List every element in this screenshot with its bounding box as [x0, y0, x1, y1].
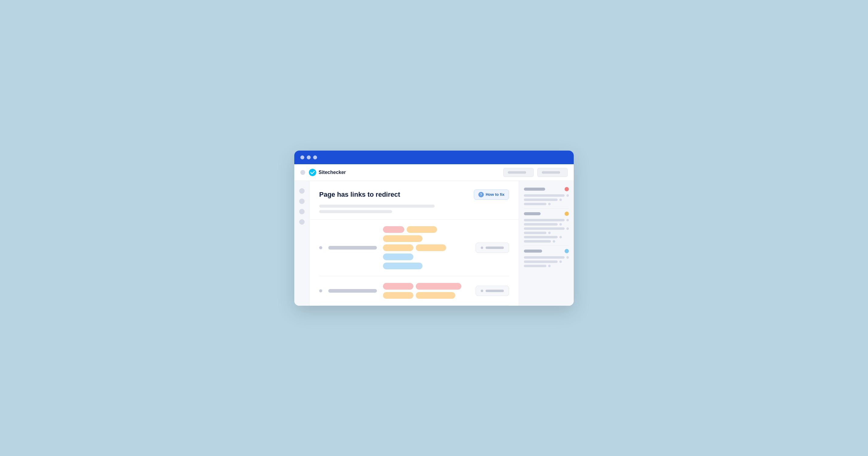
sidebar-nav-item-4[interactable]	[299, 219, 305, 225]
rs-small-dot	[566, 227, 569, 230]
rs-section-title-1	[524, 188, 545, 191]
rs-section-2	[524, 211, 569, 246]
header-button-2[interactable]	[537, 168, 568, 177]
rs-status-dot-red	[565, 187, 569, 191]
rs-small-dot	[553, 240, 555, 242]
tags-row-1b	[383, 245, 469, 260]
rs-row	[524, 265, 569, 267]
tag-orange-1	[407, 226, 437, 233]
logo-area: Sitechecker	[309, 169, 500, 176]
rs-small-dot	[559, 199, 562, 201]
action-btn-dot-2	[481, 290, 483, 292]
tag-pink-3	[416, 283, 461, 290]
tag-pink-1	[383, 226, 404, 233]
rs-small-dot	[548, 232, 551, 234]
tag-orange-4	[416, 245, 446, 251]
rs-section-1	[524, 187, 569, 208]
header-btn-placeholder-1	[508, 171, 526, 174]
rs-small-dot	[548, 265, 551, 267]
rs-header-3	[524, 249, 569, 253]
tags-area-1	[383, 226, 469, 269]
browser-titlebar	[294, 151, 574, 164]
traffic-light-2	[307, 156, 311, 159]
content-panel: Page has links to redirect ? How to fix	[309, 181, 519, 306]
tag-orange-5	[383, 292, 413, 299]
rs-line	[524, 199, 558, 201]
nav-dot	[300, 170, 305, 175]
table-row	[319, 276, 509, 306]
tag-blue-2	[383, 263, 423, 269]
browser-header: Sitechecker	[294, 164, 574, 181]
rs-row	[524, 236, 569, 238]
rs-row	[524, 219, 569, 221]
rs-row	[524, 194, 569, 197]
table-row	[319, 220, 509, 276]
left-sidebar	[294, 181, 309, 306]
rs-line	[524, 232, 546, 234]
rs-line	[524, 240, 551, 242]
rs-row	[524, 227, 569, 230]
question-icon: ?	[478, 192, 484, 197]
desc-line-1	[319, 205, 435, 208]
rs-small-dot	[548, 203, 551, 205]
rs-line	[524, 227, 565, 230]
action-btn-line-2	[486, 290, 504, 292]
rs-small-dot	[566, 194, 569, 197]
content-header: Page has links to redirect ? How to fix	[309, 181, 519, 220]
tags-area-2	[383, 283, 469, 299]
rs-line	[524, 194, 565, 197]
how-to-fix-label: How to fix	[486, 192, 504, 197]
rs-small-dot	[559, 260, 562, 263]
description-area	[319, 205, 509, 213]
tag-orange-2	[383, 235, 423, 242]
row-indicator-2	[319, 289, 322, 292]
rs-small-dot	[559, 236, 562, 238]
tags-row-1a	[383, 226, 469, 242]
action-button-1[interactable]	[475, 242, 509, 253]
rs-small-dot	[566, 256, 569, 259]
tag-pink-2	[383, 283, 413, 290]
traffic-light-3	[313, 156, 317, 159]
rs-line	[524, 256, 565, 259]
rs-line	[524, 236, 558, 238]
table-section	[309, 220, 519, 306]
tags-row-1c	[383, 263, 469, 269]
row-indicator-1	[319, 246, 322, 249]
rs-small-dot	[559, 223, 562, 226]
rs-header-1	[524, 187, 569, 191]
rs-row	[524, 203, 569, 205]
header-button-1[interactable]	[503, 168, 534, 177]
tag-blue-1	[383, 254, 413, 260]
rs-section-title-2	[524, 212, 540, 215]
tags-row-2b	[383, 292, 469, 299]
action-btn-line-1	[486, 247, 504, 249]
sidebar-nav-item-1[interactable]	[299, 188, 305, 194]
sidebar-nav-item-3[interactable]	[299, 209, 305, 214]
desc-line-2	[319, 210, 392, 213]
rs-row	[524, 260, 569, 263]
how-to-fix-button[interactable]: ? How to fix	[474, 190, 509, 200]
main-layout: Page has links to redirect ? How to fix	[294, 181, 574, 306]
action-button-2[interactable]	[475, 286, 509, 296]
action-btn-dot-1	[481, 247, 483, 249]
rs-section-title-3	[524, 250, 542, 253]
traffic-light-1	[300, 156, 304, 159]
rs-line	[524, 260, 558, 263]
tags-row-2a	[383, 283, 469, 290]
sitechecker-logo-icon	[309, 169, 316, 176]
rs-row	[524, 223, 569, 226]
browser-window: Sitechecker Page has links to redirect	[294, 151, 574, 306]
page-title: Page has links to redirect	[319, 191, 400, 199]
right-sidebar	[519, 181, 574, 306]
rs-status-dot-orange	[565, 211, 569, 216]
rs-header-2	[524, 211, 569, 216]
rs-row	[524, 199, 569, 201]
row-label-2	[328, 289, 377, 293]
rs-row	[524, 240, 569, 242]
rs-row	[524, 256, 569, 259]
sidebar-nav-item-2[interactable]	[299, 199, 305, 204]
rs-section-3	[524, 249, 569, 270]
row-label-1	[328, 246, 377, 250]
rs-line	[524, 219, 565, 221]
tag-orange-6	[416, 292, 455, 299]
